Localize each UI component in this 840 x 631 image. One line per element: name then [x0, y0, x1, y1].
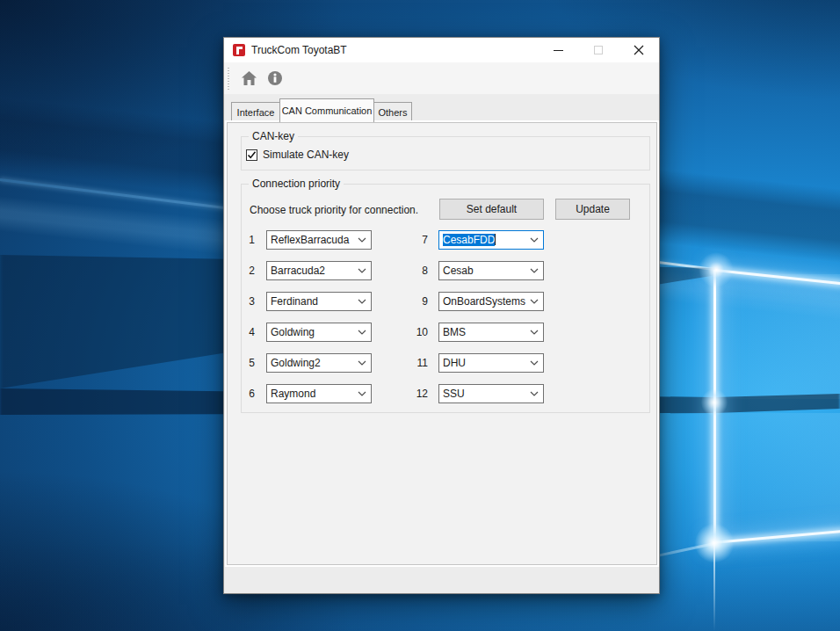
wallpaper-pane	[717, 413, 840, 541]
truck-priority-combo-8[interactable]: Cesab	[438, 261, 544, 280]
wallpaper-glow	[693, 522, 735, 564]
truck-priority-combo-2[interactable]: Barracuda2	[266, 261, 372, 280]
slot-number-2: 2	[235, 261, 255, 280]
chevron-down-icon	[358, 360, 366, 366]
chevron-down-icon	[358, 391, 366, 396]
close-icon	[634, 45, 644, 55]
chevron-down-icon	[530, 299, 539, 304]
slot-number-4: 4	[235, 323, 255, 342]
chevron-down-icon	[358, 268, 366, 273]
home-icon	[241, 70, 257, 86]
chevron-down-icon	[358, 299, 366, 304]
truck-priority-combo-10[interactable]: BMS	[438, 323, 544, 342]
chevron-down-icon	[530, 237, 539, 243]
connection-priority-group-label: Connection priority	[249, 178, 344, 190]
slot-number-3: 3	[235, 292, 255, 311]
can-key-group: CAN-key Simulate CAN-key	[241, 136, 650, 170]
toolbar	[224, 62, 659, 95]
set-default-button[interactable]: Set default	[439, 199, 544, 220]
slot-number-6: 6	[235, 384, 255, 403]
chevron-down-icon	[530, 330, 539, 335]
chevron-down-icon	[358, 237, 366, 243]
slot-number-11: 11	[409, 353, 428, 373]
slot-number-1: 1	[235, 230, 255, 250]
update-button[interactable]: Update	[555, 199, 630, 220]
maximize-icon	[594, 46, 603, 54]
slot-number-12: 12	[409, 384, 428, 403]
wallpaper-glow	[701, 388, 728, 417]
info-icon	[267, 70, 283, 86]
app-icon	[233, 44, 245, 56]
can-key-group-label: CAN-key	[249, 130, 298, 142]
simulate-can-key-label: Simulate CAN-key	[263, 149, 349, 161]
tab-strip: Interface CAN Communication Others	[224, 95, 659, 122]
tab-page-can-communication: CAN-key Simulate CAN-key Connection prio…	[227, 122, 657, 565]
chevron-down-icon	[358, 330, 366, 335]
simulate-can-key-row: Simulate CAN-key	[246, 149, 349, 161]
chevron-down-icon	[530, 268, 539, 273]
titlebar[interactable]: TruckCom ToyotaBT	[224, 38, 659, 62]
truck-priority-combo-5[interactable]: Goldwing2	[266, 353, 372, 373]
chevron-down-icon	[530, 360, 539, 366]
close-button[interactable]	[619, 38, 659, 62]
instruction-text: Choose truck priority for connection.	[250, 204, 418, 216]
toolbar-grip[interactable]	[228, 68, 229, 90]
truck-priority-combo-12[interactable]: SSU	[438, 384, 544, 403]
tab-others[interactable]: Others	[373, 102, 412, 122]
check-icon	[247, 150, 257, 160]
home-button[interactable]	[237, 67, 260, 90]
truck-priority-combo-6[interactable]: Raymond	[266, 384, 372, 403]
slot-number-5: 5	[235, 353, 255, 373]
slot-number-10: 10	[409, 323, 428, 342]
truck-priority-combo-4[interactable]: Goldwing	[266, 323, 372, 342]
tab-interface[interactable]: Interface	[231, 102, 280, 122]
maximize-button	[578, 38, 619, 62]
minimize-button[interactable]	[538, 38, 578, 62]
wallpaper-glow	[699, 252, 734, 287]
chevron-down-icon	[530, 391, 539, 396]
truck-priority-combo-3[interactable]: Ferdinand	[266, 292, 372, 311]
window-title: TruckCom ToyotaBT	[251, 44, 347, 56]
truck-priority-combo-7[interactable]: CesabFDD	[438, 230, 544, 250]
truck-priority-combo-9[interactable]: OnBoardSystems	[438, 292, 544, 311]
slot-number-7: 7	[409, 230, 428, 250]
slot-number-9: 9	[409, 292, 428, 311]
slot-number-8: 8	[409, 261, 428, 280]
truck-priority-combo-1[interactable]: ReflexBarracuda	[266, 230, 372, 250]
simulate-can-key-checkbox[interactable]	[246, 149, 257, 161]
minimize-icon	[554, 50, 563, 51]
connection-priority-group: Connection priority Choose truck priorit…	[241, 184, 650, 413]
truck-priority-combo-11[interactable]: DHU	[438, 353, 544, 373]
tab-can-communication[interactable]: CAN Communication	[279, 98, 374, 122]
info-button[interactable]	[264, 67, 286, 90]
app-window: TruckCom ToyotaBT Interface CAN Communic…	[223, 37, 660, 594]
